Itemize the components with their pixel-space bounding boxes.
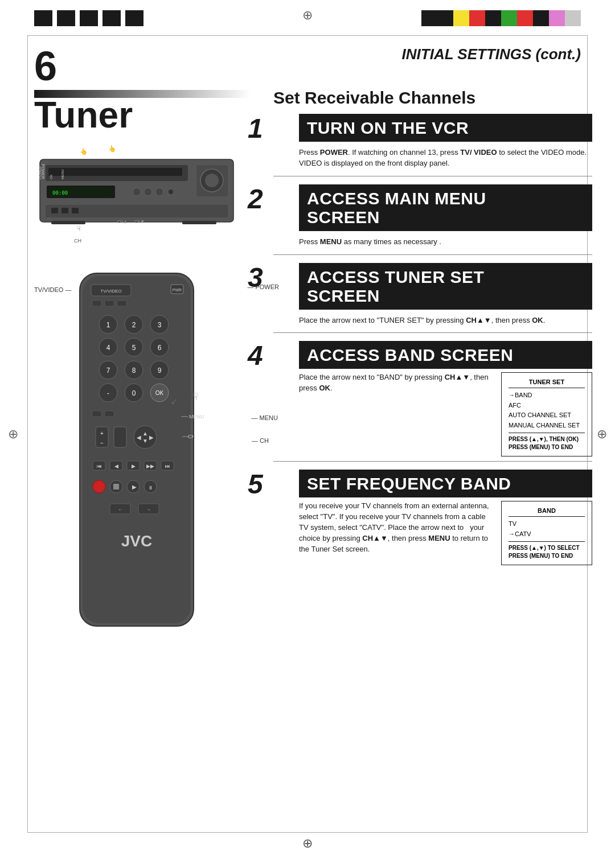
- svg-rect-63: [92, 411, 101, 417]
- svg-rect-36: [105, 301, 114, 306]
- svg-text:⏮: ⏮: [97, 463, 102, 469]
- step-5-menu-footer: PRESS (▲,▼) TO SELECTPRESS (MENU) TO END: [509, 541, 585, 560]
- steps-column: TURN ON THE VCR Press POWER. If watching…: [273, 114, 592, 573]
- step-5: SET FREQUENCY BAND If you receive your T…: [273, 470, 592, 565]
- step-4-menu-item-1: →BAND: [509, 390, 585, 401]
- step-4-title: ACCESS BAND SCREEN: [307, 345, 584, 364]
- svg-text:8: 8: [132, 367, 136, 375]
- step-5-menu-title: BAND: [509, 506, 585, 517]
- svg-text:TV/VIDEO: TV/VIDEO: [100, 289, 121, 294]
- svg-rect-14: [51, 208, 58, 213]
- svg-text:1: 1: [106, 321, 110, 329]
- svg-rect-18: [182, 221, 216, 224]
- step-5-menu-box: BAND TV →CATV PRESS (▲,▼) TO SELECTPRESS…: [501, 501, 592, 565]
- step-1-header: TURN ON THE VCR: [299, 114, 592, 142]
- svg-text:☟: ☟: [192, 392, 198, 401]
- svg-text:7: 7: [106, 367, 110, 375]
- step-2: ACCESS MAIN MENUSCREEN Press MENU as man…: [273, 184, 592, 255]
- svg-text:MENU: MENU: [189, 414, 204, 419]
- registration-squares: [34, 10, 144, 26]
- svg-text:PWR: PWR: [173, 288, 182, 292]
- svg-text:4: 4: [106, 344, 110, 352]
- svg-rect-2: [48, 168, 182, 176]
- svg-rect-64: [105, 411, 114, 417]
- step-4-menu-title: TUNER SET: [509, 377, 585, 388]
- svg-text:👆: 👆: [108, 145, 116, 153]
- step-4-menu-box: TUNER SET →BAND AFC AUTO CHANNEL SET MAN…: [501, 372, 592, 456]
- svg-text:5: 5: [132, 344, 136, 352]
- svg-text:-: -: [107, 389, 109, 397]
- svg-text:2: 2: [132, 321, 136, 329]
- step-5-menu-item-2: →CATV: [509, 529, 585, 540]
- step-4-menu-item-4: MANUAL CHANNEL SET: [509, 421, 585, 431]
- step-1-number: 1: [248, 115, 263, 142]
- svg-point-9: [168, 189, 174, 195]
- top-crosshair: ⊕: [302, 8, 313, 23]
- svg-text:+: +: [100, 430, 104, 437]
- step-3-number: 3: [248, 264, 263, 291]
- svg-rect-35: [92, 301, 101, 306]
- svg-rect-15: [62, 208, 68, 213]
- page-number: 6: [34, 46, 57, 87]
- svg-text:▶: ▶: [132, 484, 137, 490]
- step-1: TURN ON THE VCR Press POWER. If watching…: [273, 114, 592, 176]
- step-4-number: 4: [248, 342, 263, 369]
- svg-text:MENU: MENU: [61, 169, 64, 179]
- svg-text:←: ←: [118, 507, 122, 512]
- svg-text:⏸: ⏸: [148, 485, 153, 491]
- step-2-title: ACCESS MAIN MENUSCREEN: [307, 189, 584, 227]
- svg-text:⏭: ⏭: [165, 463, 170, 469]
- step-2-number: 2: [248, 186, 263, 213]
- step-4-body-container: Place the arrow next to "BAND" by pressi…: [299, 372, 592, 456]
- svg-rect-17: [51, 221, 85, 224]
- svg-text:OK: OK: [50, 174, 53, 179]
- left-crosshair: ⊕: [8, 427, 18, 442]
- page-title: INITIAL SETTINGS (cont.): [402, 46, 581, 63]
- step-4-header: ACCESS BAND SCREEN: [299, 341, 592, 369]
- svg-point-8: [155, 188, 163, 196]
- color-bar: [421, 10, 581, 26]
- step-3: ACCESS TUNER SETSCREEN Place the arrow n…: [273, 263, 592, 334]
- svg-text:▶: ▶: [149, 434, 154, 441]
- step-4-menu-item-3: AUTO CHANNEL SET: [509, 410, 585, 421]
- step-5-number: 5: [248, 471, 263, 498]
- step-4: ACCESS BAND SCREEN Place the arrow next …: [273, 341, 592, 462]
- step-2-header: ACCESS MAIN MENUSCREEN: [299, 184, 592, 231]
- step-5-body: If you receive your TV channels from an …: [299, 501, 494, 554]
- svg-text:◀: ◀: [137, 434, 141, 441]
- svg-text:▶▶: ▶▶: [146, 463, 154, 469]
- step-3-title: ACCESS TUNER SETSCREEN: [307, 268, 584, 305]
- step-1-body: Press POWER. If watching on channel 13, …: [299, 145, 592, 171]
- svg-point-6: [133, 188, 141, 196]
- svg-text:☟: ☟: [77, 225, 81, 232]
- bottom-crosshair: ⊕: [302, 836, 313, 851]
- svg-text:JVC: JVC: [121, 532, 152, 550]
- svg-text:CH: CH: [74, 238, 81, 244]
- right-crosshair: ⊕: [597, 427, 607, 442]
- svg-text:▲: ▲: [142, 430, 148, 437]
- svg-text:−: −: [100, 440, 104, 446]
- tuner-heading: Tuner: [34, 94, 133, 136]
- step-5-header: SET FREQUENCY BAND: [299, 470, 592, 497]
- border-bottom: [27, 832, 588, 833]
- svg-text:3: 3: [158, 321, 162, 329]
- svg-text:▼: ▼: [142, 438, 148, 444]
- step-1-title: TURN ON THE VCR: [307, 118, 584, 137]
- svg-text:👆: 👆: [80, 147, 88, 155]
- step-3-body: Place the arrow next to "TUNER SET" by p…: [299, 313, 592, 328]
- step-3-header: ACCESS TUNER SETSCREEN: [299, 263, 592, 310]
- svg-rect-37: [117, 301, 126, 306]
- step-4-menu-footer: PRESS (▲,▼), THEN (OK)PRESS (MENU) TO EN…: [509, 433, 585, 451]
- svg-text:00:00: 00:00: [52, 190, 68, 196]
- step-5-title: SET FREQUENCY BAND: [307, 474, 584, 493]
- svg-point-88: [93, 480, 105, 493]
- svg-text:Ch▲: Ch▲: [117, 219, 128, 224]
- svg-point-7: [144, 188, 152, 196]
- svg-text:▶: ▶: [132, 463, 136, 469]
- step-5-body-container: If you receive your TV channels from an …: [299, 501, 592, 565]
- step-5-menu-item-1: TV: [509, 519, 585, 529]
- svg-text:◀: ◀: [114, 463, 118, 469]
- svg-rect-16: [72, 208, 79, 213]
- svg-point-12: [205, 174, 219, 187]
- svg-text:Ch▼: Ch▼: [134, 219, 145, 224]
